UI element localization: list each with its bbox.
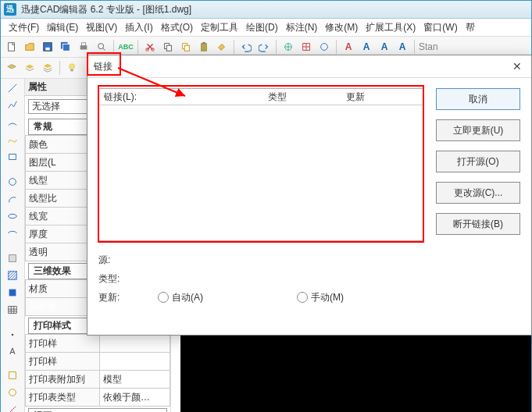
- polyline-icon[interactable]: [5, 99, 20, 112]
- svg-rect-29: [9, 372, 16, 379]
- svg-point-22: [9, 179, 16, 186]
- menu-modify[interactable]: 修改(M): [322, 20, 361, 36]
- region-icon[interactable]: [5, 286, 20, 299]
- menu-custom[interactable]: 定制工具: [198, 20, 241, 36]
- open-icon[interactable]: [22, 39, 37, 55]
- menu-help[interactable]: 帮: [462, 20, 478, 36]
- group-view[interactable]: 视图: [28, 408, 167, 412]
- copy2-icon[interactable]: [178, 39, 194, 55]
- circle-icon[interactable]: [5, 176, 20, 188]
- format-painter-icon[interactable]: [214, 39, 230, 55]
- nav1-icon[interactable]: [280, 39, 296, 55]
- menu-view[interactable]: 视图(V): [83, 20, 120, 36]
- block-icon[interactable]: [5, 252, 20, 265]
- svg-point-19: [70, 64, 75, 69]
- svg-rect-14: [202, 44, 207, 52]
- style-readout: Stan: [419, 41, 438, 52]
- spline-icon[interactable]: [5, 133, 20, 146]
- cancel-button[interactable]: 取消: [436, 88, 520, 110]
- spell-icon[interactable]: ABC: [118, 39, 134, 55]
- label-source: 源:: [98, 254, 130, 267]
- svg-rect-11: [166, 45, 171, 51]
- dialog-info: 源: 类型: 更新: 自动(A) 手动(M): [98, 250, 520, 307]
- redo-icon[interactable]: [256, 39, 272, 55]
- change-source-button[interactable]: 更改源(C)...: [436, 182, 520, 204]
- svg-point-18: [321, 44, 328, 51]
- menu-draw[interactable]: 绘图(D): [243, 20, 281, 36]
- radio-auto[interactable]: 自动(A): [158, 291, 203, 304]
- doc-name: [图纸1.dwg]: [142, 4, 191, 15]
- arc-icon[interactable]: [5, 116, 20, 129]
- bulb-icon[interactable]: [64, 60, 80, 76]
- tooly-icon[interactable]: [5, 386, 20, 399]
- radio-manual[interactable]: 手动(M): [297, 291, 344, 304]
- menu-insert[interactable]: 插入(I): [122, 20, 155, 36]
- properties-title: 属性: [28, 80, 47, 94]
- text-a3-icon[interactable]: A: [377, 39, 392, 55]
- nav3-icon[interactable]: [316, 39, 332, 55]
- label-type: 类型:: [98, 272, 130, 286]
- hatch-icon[interactable]: [5, 269, 20, 282]
- dialog-buttons: 取消 立即更新(U) 打开源(O) 更改源(C)... 断开链接(B): [436, 88, 520, 235]
- copy-icon[interactable]: [160, 39, 176, 55]
- menu-window[interactable]: 窗口(W): [420, 20, 460, 36]
- titlebar: 迅 迅捷CAD编辑器 6.2 专业版 - [图纸1.dwg]: [1, 1, 531, 19]
- undo-icon[interactable]: [238, 39, 254, 55]
- menu-file[interactable]: 文件(F): [5, 20, 42, 36]
- links-dialog: 链接 ✕ 链接(L): 类型 更新 取消 立即更新(U) 打开源(O) 更改源(…: [87, 55, 532, 336]
- links-listbox[interactable]: 链接(L): 类型 更新: [98, 88, 423, 241]
- text-a4-icon[interactable]: A: [395, 39, 410, 55]
- line-icon[interactable]: [5, 82, 20, 94]
- app-window: 迅 迅捷CAD编辑器 6.2 专业版 - [图纸1.dwg] 文件(F) 编辑(…: [0, 0, 532, 412]
- draw-toolbar: A: [1, 79, 25, 412]
- saveall-icon[interactable]: [58, 39, 73, 55]
- dialog-titlebar: 链接 ✕: [87, 55, 531, 78]
- save-icon[interactable]: [40, 39, 55, 55]
- toolx-icon[interactable]: [5, 369, 20, 382]
- text-a1-icon[interactable]: A: [341, 39, 356, 55]
- svg-point-23: [9, 214, 17, 218]
- svg-rect-26: [9, 289, 16, 297]
- close-icon[interactable]: ✕: [509, 59, 525, 74]
- col-type: 类型: [268, 91, 346, 104]
- radio-circle-icon: [158, 292, 169, 303]
- toolz-icon[interactable]: [5, 403, 20, 412]
- svg-rect-24: [9, 255, 16, 262]
- svg-point-7: [98, 44, 104, 49]
- paste-icon[interactable]: [196, 39, 212, 55]
- layer2-icon[interactable]: [22, 60, 37, 76]
- text-icon[interactable]: A: [5, 346, 20, 357]
- svg-point-28: [12, 334, 14, 336]
- menu-format[interactable]: 格式(O): [158, 20, 196, 36]
- app-name: 迅捷CAD编辑器 6.2 专业版: [21, 4, 134, 15]
- print-icon[interactable]: [76, 39, 91, 55]
- app-icon: 迅: [4, 3, 16, 16]
- rect-icon[interactable]: [5, 151, 20, 163]
- new-icon[interactable]: [4, 39, 20, 55]
- props-print-table: 打印样 打印样 打印表附加到模型 打印表类型依赖于颜…: [25, 334, 170, 407]
- preview-icon[interactable]: [94, 39, 109, 55]
- open-source-button[interactable]: 打开源(O): [436, 151, 520, 172]
- text-a2-icon[interactable]: A: [359, 39, 374, 55]
- table-icon[interactable]: [5, 304, 20, 316]
- ellipse-icon[interactable]: [5, 210, 20, 222]
- ellipse-arc-icon[interactable]: [5, 227, 20, 240]
- layer3-icon[interactable]: [40, 60, 55, 76]
- list-header: 链接(L): 类型 更新: [99, 89, 423, 105]
- nav2-icon[interactable]: [298, 39, 314, 55]
- menu-ext[interactable]: 扩展工具(X): [362, 20, 419, 36]
- menu-edit[interactable]: 编辑(E): [44, 20, 81, 36]
- update-now-button[interactable]: 立即更新(U): [436, 119, 520, 141]
- svg-rect-27: [9, 307, 17, 314]
- cut-icon[interactable]: [142, 39, 158, 55]
- layer1-icon[interactable]: [4, 60, 20, 76]
- menu-dim[interactable]: 标注(N): [283, 20, 321, 36]
- svg-rect-13: [184, 45, 189, 51]
- dialog-title: 链接: [94, 60, 112, 73]
- svg-rect-6: [81, 43, 85, 46]
- model-canvas[interactable]: [180, 332, 531, 412]
- arc2-icon[interactable]: [5, 193, 20, 205]
- break-link-button[interactable]: 断开链接(B): [436, 213, 520, 235]
- point-icon[interactable]: [5, 329, 20, 341]
- col-link: 链接(L):: [104, 91, 268, 104]
